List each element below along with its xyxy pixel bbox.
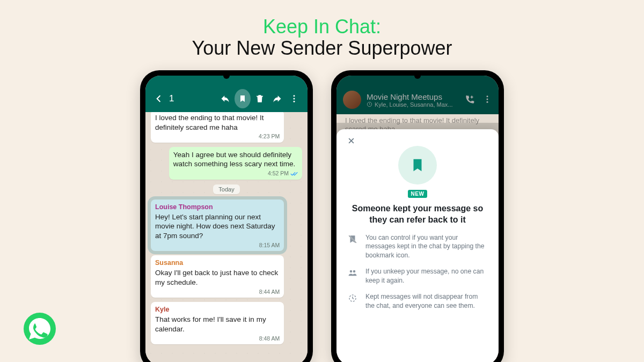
- bookmark-off-icon: [347, 233, 358, 244]
- phone-notch: [223, 72, 230, 79]
- message-text: Hey! Let's start planning our next movie…: [155, 212, 280, 241]
- message-time: 8:15 AM: [155, 242, 280, 249]
- svg-point-8: [353, 270, 356, 273]
- timer-icon: [347, 292, 358, 303]
- headline-line2: Your New Sender Superpower: [0, 38, 644, 59]
- info-row: If you unkeep your message, no one can k…: [347, 267, 488, 285]
- info-text: You can control if you want your message…: [365, 233, 488, 260]
- message-text: That works for me! I'll save it in my ca…: [155, 315, 280, 334]
- svg-point-2: [294, 101, 295, 102]
- message-out[interactable]: Yeah I agree but we should definitely wa…: [169, 147, 302, 180]
- info-text: If you unkeep your message, no one can k…: [365, 267, 488, 285]
- message-in[interactable]: Kyle That works for me! I'll save it in …: [151, 302, 284, 344]
- message-time: 8:44 AM: [155, 289, 280, 296]
- keep-button[interactable]: [235, 91, 251, 107]
- message-in[interactable]: I loved the ending to that movie! It def…: [151, 112, 284, 143]
- hero-bookmark-icon: [398, 146, 437, 184]
- message-sender: Louise Thompson: [155, 203, 280, 211]
- bookmark-icon: [235, 89, 251, 108]
- chat-body[interactable]: I loved the ending to that movie! It def…: [145, 112, 308, 362]
- message-in-selected[interactable]: Louise Thompson Hey! Let's start plannin…: [151, 200, 284, 252]
- phone-left: 1: [140, 70, 313, 362]
- sheet-title: Someone kept your message so they can re…: [352, 203, 484, 226]
- reply-button[interactable]: [217, 91, 233, 107]
- svg-point-1: [294, 98, 295, 100]
- phone-notch: [414, 72, 421, 79]
- delete-button[interactable]: [252, 91, 268, 107]
- info-text: Kept messages will not disappear from th…: [365, 292, 488, 310]
- selection-count: 1: [169, 93, 174, 104]
- message-sender: Susanna: [155, 258, 280, 267]
- message-time: 8:48 AM: [155, 335, 280, 343]
- message-sender: Kyle: [155, 305, 280, 314]
- svg-point-7: [350, 270, 353, 273]
- phone-right: Movie Night Meetups Kyle, Louise, Susann…: [331, 70, 504, 362]
- message-text: I loved the ending to that movie! It def…: [155, 113, 280, 132]
- message-time: 4:23 PM: [155, 133, 280, 141]
- whatsapp-logo: [23, 312, 57, 346]
- message-text: Okay I'll get back to just have to check…: [155, 268, 280, 287]
- forward-button[interactable]: [269, 91, 285, 107]
- info-sheet: NEW Someone kept your message so they ca…: [336, 129, 499, 362]
- headline-line1: Keep In Chat:: [0, 16, 644, 38]
- selection-header: 1: [145, 76, 308, 112]
- message-in[interactable]: Susanna Okay I'll get back to just have …: [151, 255, 284, 298]
- dim-overlay: [336, 76, 499, 114]
- message-time: 4:52 PM: [173, 170, 298, 178]
- read-ticks-icon: [290, 171, 298, 176]
- new-badge: NEW: [408, 190, 428, 198]
- people-icon: [347, 267, 358, 278]
- info-row: Kept messages will not disappear from th…: [347, 292, 488, 310]
- headline: Keep In Chat: Your New Sender Superpower: [0, 0, 644, 58]
- group-header[interactable]: Movie Night Meetups Kyle, Louise, Susann…: [336, 76, 499, 114]
- date-separator: Today: [151, 184, 302, 194]
- info-row: You can control if you want your message…: [347, 233, 488, 260]
- more-button[interactable]: [286, 91, 302, 107]
- close-button[interactable]: [347, 137, 488, 145]
- svg-point-0: [294, 95, 295, 97]
- back-button[interactable]: [151, 91, 167, 107]
- message-text: Yeah I agree but we should definitely wa…: [173, 150, 298, 169]
